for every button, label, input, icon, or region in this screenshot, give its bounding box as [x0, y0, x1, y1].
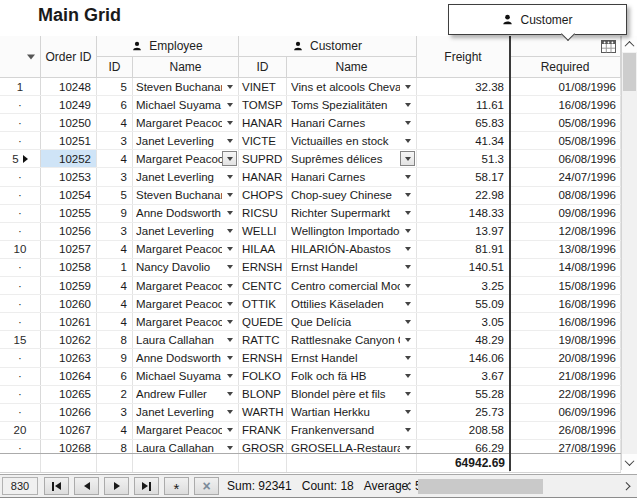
cell-freight[interactable]: 140.51	[417, 259, 510, 276]
cell-freight[interactable]: 48.29	[417, 331, 510, 348]
table-row[interactable]: 1 10248 5 Steven Buchanan VINET Vins et …	[0, 78, 621, 96]
dropdown-arrow-icon[interactable]	[400, 405, 415, 420]
drag-ghost-customer-band[interactable]: Customer	[448, 4, 627, 35]
dropdown-arrow-icon[interactable]	[400, 314, 415, 329]
table-row[interactable]: · 10259 4 Margaret Peacock CENTC Centro …	[0, 277, 621, 295]
cell-freight[interactable]: 148.33	[417, 205, 510, 222]
table-row[interactable]: · 10268 8 Laura Callahan GROSR GROSELLA-…	[0, 440, 621, 453]
cell-order-id[interactable]: 10249	[41, 96, 97, 113]
cell-employee-id[interactable]: 5	[97, 78, 133, 95]
cell-freight[interactable]: 25.73	[417, 404, 510, 421]
row-indicator[interactable]: ·	[0, 386, 41, 403]
table-row[interactable]: · 10264 6 Michael Suyama FOLKO Folk och …	[0, 368, 621, 386]
scroll-up-button[interactable]	[622, 36, 637, 52]
dropdown-arrow-icon[interactable]	[222, 188, 237, 203]
dropdown-arrow-icon[interactable]	[400, 332, 415, 347]
cell-required[interactable]: 05/08/1996	[510, 114, 621, 131]
cell-freight[interactable]: 13.97	[417, 223, 510, 240]
cell-freight[interactable]: 51.3	[417, 150, 510, 167]
cell-customer-id[interactable]: WELLI	[239, 223, 287, 240]
move-next-button[interactable]	[104, 477, 129, 495]
row-indicator[interactable]: ·	[0, 349, 41, 366]
cell-customer-id[interactable]: BLONP	[239, 386, 287, 403]
dropdown-arrow-icon[interactable]	[400, 423, 415, 438]
filter-dropdown-icon[interactable]	[27, 54, 35, 59]
horizontal-scrollbar[interactable]	[401, 477, 635, 496]
cell-employee-id[interactable]: 3	[97, 168, 133, 185]
column-header-customer-name[interactable]: Name	[287, 57, 417, 78]
cell-employee-name[interactable]: Janet Leverling	[133, 132, 239, 149]
cell-required[interactable]: 16/08/1996	[510, 96, 621, 113]
cell-order-id[interactable]: 10248	[41, 78, 97, 95]
table-row[interactable]: · 10256 3 Janet Leverling WELLI Wellingt…	[0, 223, 621, 241]
cell-required[interactable]: 01/08/1996	[510, 78, 621, 95]
table-row[interactable]: · 10265 2 Andrew Fuller BLONP Blondel pè…	[0, 386, 621, 404]
cell-freight[interactable]: 55.28	[417, 386, 510, 403]
cell-customer-id[interactable]: VICTE	[239, 132, 287, 149]
row-indicator[interactable]: ·	[0, 168, 41, 185]
cell-order-id[interactable]: 10259	[41, 277, 97, 294]
dropdown-arrow-icon[interactable]	[222, 115, 237, 130]
cell-order-id[interactable]: 10268	[41, 440, 97, 453]
dropdown-arrow-icon[interactable]	[222, 170, 237, 185]
row-indicator[interactable]: ·	[0, 295, 41, 312]
cell-order-id[interactable]: 10260	[41, 295, 97, 312]
dropdown-arrow-icon[interactable]	[222, 224, 237, 239]
cell-employee-name[interactable]: Margaret Peacock	[133, 277, 239, 294]
cell-employee-id[interactable]: 2	[97, 386, 133, 403]
vertical-scrollbar[interactable]	[621, 36, 637, 470]
cell-customer-id[interactable]: FRANK	[239, 422, 287, 439]
cell-employee-id[interactable]: 9	[97, 349, 133, 366]
cell-employee-name[interactable]: Nancy Davolio	[133, 259, 239, 276]
band-header-customer[interactable]: Customer	[239, 36, 417, 57]
cell-customer-id[interactable]: CENTC	[239, 277, 287, 294]
cell-customer-name[interactable]: Blondel père et fils	[287, 386, 417, 403]
cell-required[interactable]: 24/07/1996	[510, 168, 621, 185]
cell-customer-name[interactable]: Suprêmes délices	[287, 150, 417, 167]
cell-customer-name[interactable]: Wartian Herkku	[287, 404, 417, 421]
cell-order-id[interactable]: 10255	[41, 205, 97, 222]
table-row[interactable]: · 10251 3 Janet Leverling VICTE Victuail…	[0, 132, 621, 150]
scroll-right-button[interactable]	[619, 478, 635, 495]
cell-customer-name[interactable]: Centro comercial Moctezuma	[287, 277, 417, 294]
row-indicator[interactable]: 5	[0, 150, 41, 167]
cell-customer-id[interactable]: RICSU	[239, 205, 287, 222]
cell-customer-name[interactable]: Que Delícia	[287, 313, 417, 330]
row-indicator[interactable]: ·	[0, 404, 41, 421]
cell-order-id[interactable]: 10252	[41, 150, 97, 167]
dropdown-arrow-icon[interactable]	[400, 224, 415, 239]
cell-required[interactable]: 09/08/1996	[510, 205, 621, 222]
cell-order-id[interactable]: 10250	[41, 114, 97, 131]
cell-freight[interactable]: 55.09	[417, 295, 510, 312]
cell-customer-name[interactable]: Wellington Importadora	[287, 223, 417, 240]
column-header-employee-id[interactable]: ID	[97, 57, 133, 78]
cell-employee-id[interactable]: 4	[97, 313, 133, 330]
dropdown-arrow-icon[interactable]	[222, 79, 237, 94]
cell-employee-id[interactable]: 4	[97, 422, 133, 439]
cell-freight[interactable]: 65.83	[417, 114, 510, 131]
cell-employee-id[interactable]: 9	[97, 205, 133, 222]
column-header-freight[interactable]: Freight	[417, 36, 510, 78]
cell-customer-id[interactable]: VINET	[239, 78, 287, 95]
cell-employee-name[interactable]: Michael Suyama	[133, 368, 239, 385]
row-indicator[interactable]: ·	[0, 440, 41, 453]
cell-freight[interactable]: 11.61	[417, 96, 510, 113]
cell-employee-name[interactable]: Michael Suyama	[133, 96, 239, 113]
cell-order-id[interactable]: 10257	[41, 241, 97, 258]
column-header-employee-name[interactable]: Name	[133, 57, 239, 78]
table-row[interactable]: · 10260 4 Margaret Peacock OTTIK Ottilie…	[0, 295, 621, 313]
cell-freight[interactable]: 41.34	[417, 132, 510, 149]
dropdown-arrow-icon[interactable]	[222, 296, 237, 311]
cell-employee-name[interactable]: Anne Dodsworth	[133, 349, 239, 366]
cell-employee-name[interactable]: Andrew Fuller	[133, 386, 239, 403]
dropdown-arrow-icon[interactable]	[222, 405, 237, 420]
cell-customer-id[interactable]: GROSR	[239, 440, 287, 453]
cell-customer-name[interactable]: Ottilies Käseladen	[287, 295, 417, 312]
cell-customer-name[interactable]: Hanari Carnes	[287, 114, 417, 131]
move-first-button[interactable]	[44, 477, 69, 495]
cell-customer-name[interactable]: GROSELLA-Restaurante	[287, 440, 417, 453]
cell-required[interactable]: 06/09/1996	[510, 404, 621, 421]
dropdown-arrow-icon[interactable]	[400, 133, 415, 148]
cell-employee-id[interactable]: 6	[97, 368, 133, 385]
table-row[interactable]: 15 10262 8 Laura Callahan RATTC Rattlesn…	[0, 331, 621, 349]
